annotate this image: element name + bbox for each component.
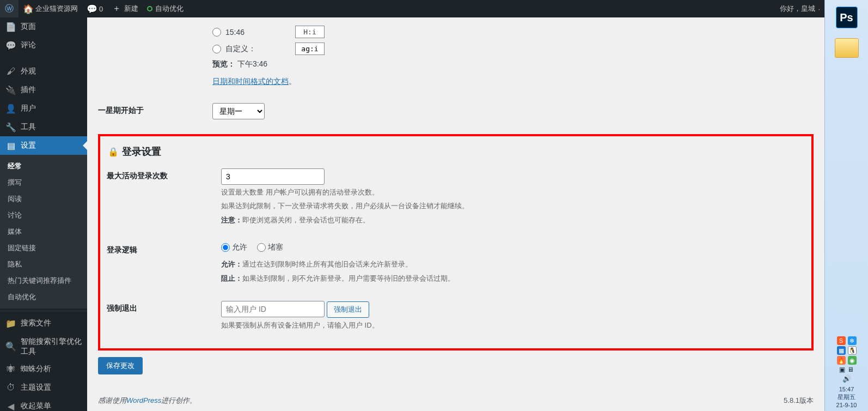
sidebar-item-plugins[interactable]: 🔌插件	[0, 81, 87, 99]
sub-item-reading[interactable]: 阅读	[0, 191, 87, 207]
wrench-icon: 🔧	[5, 122, 16, 132]
user-icon: 👤	[5, 104, 16, 114]
collapse-icon: ◀	[5, 401, 16, 411]
new-content-link[interactable]: +新建	[107, 0, 143, 17]
time-format-code-hi: H:i	[295, 26, 325, 38]
auto-opt-label: 自动优化	[155, 4, 184, 14]
weather-tray-icon[interactable]: ❄	[848, 336, 857, 345]
sub-item-media[interactable]: 媒体	[0, 223, 87, 240]
sidebar-item-search-files[interactable]: 📁搜索文件	[0, 314, 87, 333]
sidebar-item-comments[interactable]: 💬评论	[0, 36, 87, 55]
allow-desc: 通过在达到限制时终止所有其他旧会话来允许新登录。	[242, 260, 412, 268]
admin-bar: ⓦ 🏠企业猫资源网 💬0 +新建 自动优化 你好，皇城 ·	[0, 0, 824, 17]
sidebar-item-pages[interactable]: 📄页面	[0, 17, 87, 36]
home-icon: 🏠	[23, 4, 33, 14]
login-logic-block-label[interactable]: 堵塞	[257, 243, 283, 251]
login-logic-allow-label[interactable]: 允许	[221, 243, 247, 251]
sub-item-general[interactable]: 经常	[0, 158, 87, 174]
cloud-tray-icon[interactable]: ▦	[837, 346, 846, 355]
comment-icon: 💬	[87, 4, 96, 14]
sidebar-item-tools[interactable]: 🔧工具	[0, 118, 87, 136]
wp-logo[interactable]: ⓦ	[0, 0, 19, 17]
page-icon: 📄	[5, 22, 16, 32]
sidebar-item-seo[interactable]: 🔍智能搜索引擎优化工具	[0, 333, 87, 360]
time-format-label-custom: 自定义：	[225, 44, 291, 54]
gauge-icon: ⏱	[5, 383, 16, 392]
photoshop-icon[interactable]: Ps	[836, 7, 858, 28]
week-start-label: 一星期开始于	[98, 95, 207, 128]
my-account-link[interactable]: 你好，皇城 ·	[775, 0, 824, 17]
sogou-tray-icon[interactable]: S	[837, 336, 846, 345]
comments-link[interactable]: 💬0	[82, 0, 107, 17]
folder-icon: 📁	[5, 318, 16, 329]
greeting: 你好，皇城	[780, 4, 815, 14]
sub-item-keywords[interactable]: 热门关键词推荐插件	[0, 273, 87, 289]
max-logins-note: 即使浏览器关闭，登录会话也可能存在。	[242, 216, 370, 224]
brush-icon: 🖌	[5, 67, 16, 76]
max-logins-desc2: 如果达到此限制，下一次登录请求将失败，用户必须从一台设备注销才能继续。	[221, 200, 799, 212]
sidebar-item-users[interactable]: 👤用户	[0, 99, 87, 118]
max-logins-label: 最大活动登录次数	[107, 160, 216, 234]
sound-tray-icon[interactable]: 🔊	[842, 374, 851, 383]
wordpress-icon: ⓦ	[4, 3, 14, 15]
block-desc: 如果达到限制，则不允许新登录。用户需要等待旧的登录会话过期。	[242, 274, 455, 282]
force-logout-input[interactable]	[221, 301, 325, 317]
force-logout-label: 强制退出	[107, 293, 216, 340]
circle-icon	[147, 6, 152, 11]
sub-item-autoopt[interactable]: 自动优化	[0, 289, 87, 305]
sub-item-permalinks[interactable]: 固定链接	[0, 240, 87, 256]
sidebar-item-theme-settings[interactable]: ⏱主题设置	[0, 378, 87, 397]
wordpress-link[interactable]: WordPress	[126, 396, 161, 404]
preview-value: 下午3:46	[237, 59, 267, 68]
time-format-radio-1546[interactable]	[212, 28, 221, 37]
os-taskbar: Ps S ❄ ▦ 🐧 🔥 ◉ ▣ 🖥 🔊	[824, 0, 868, 411]
force-logout-desc: 如果要强制从所有设备注销用户，请输入用户 ID。	[221, 319, 799, 331]
max-logins-note-strong: 注意：	[221, 216, 242, 224]
time-format-radio-custom[interactable]	[212, 45, 221, 53]
plug-icon: 🔌	[5, 85, 16, 95]
time-format-custom-input[interactable]	[295, 43, 325, 55]
app-tray-icon[interactable]: 🔥	[837, 356, 846, 365]
max-logins-input[interactable]	[221, 168, 325, 185]
monitor-tray-icon[interactable]: 🖥	[847, 366, 854, 373]
system-clock[interactable]: 15:47 星期五 21-9-10	[827, 385, 866, 409]
comments-count: 0	[99, 5, 103, 13]
force-logout-button[interactable]: 强制退出	[327, 301, 369, 318]
search-icon: 🔍	[5, 341, 16, 352]
settings-submenu: 经常 撰写 阅读 讨论 媒体 固定链接 隐私 热门关键词推荐插件 自动优化	[0, 155, 87, 309]
lock-icon: 🔒	[108, 147, 119, 157]
site-name: 企业猫资源网	[35, 4, 78, 14]
sub-item-writing[interactable]: 撰写	[0, 174, 87, 191]
login-settings-section: 🔒 登录设置 最大活动登录次数 设置最大数量 用户帐户可以拥有的活动登录次数。 …	[98, 134, 814, 350]
sub-item-discussion[interactable]: 讨论	[0, 207, 87, 223]
content-area: 15:46 H:i 自定义： 预览： 下午3:46	[87, 17, 824, 411]
nvidia-tray-icon[interactable]: ◉	[848, 356, 857, 365]
qq-tray-icon[interactable]: 🐧	[848, 346, 857, 355]
login-logic-block-radio[interactable]	[257, 243, 266, 252]
sidebar-item-appearance[interactable]: 🖌外观	[0, 62, 87, 81]
login-logic-allow-radio[interactable]	[221, 243, 230, 252]
sub-item-privacy[interactable]: 隐私	[0, 256, 87, 273]
auto-optimize-link[interactable]: 自动优化	[143, 0, 188, 17]
week-start-select[interactable]: 星期一	[212, 103, 265, 119]
comment-icon: 💬	[5, 40, 16, 51]
spider-icon: 🕷	[5, 364, 16, 374]
slider-icon: ▤	[5, 141, 16, 151]
allow-strong: 允许：	[221, 260, 242, 268]
section-title: 🔒 登录设置	[108, 145, 805, 158]
sidebar-item-spider[interactable]: 🕷蜘蛛分析	[0, 360, 87, 378]
device-tray-icon[interactable]: ▣	[839, 366, 845, 373]
folder-taskbar-icon[interactable]	[835, 38, 859, 58]
site-name-link[interactable]: 🏠企业猫资源网	[19, 0, 82, 17]
preview-label: 预览：	[212, 59, 235, 68]
sidebar-item-settings[interactable]: ▤设置	[0, 136, 87, 155]
admin-sidebar: 📄页面 💬评论 🖌外观 🔌插件 👤用户 🔧工具 ▤设置 经常 撰写 阅读 讨论 …	[0, 17, 87, 411]
login-logic-label: 登录逻辑	[107, 234, 216, 293]
save-button[interactable]: 保存更改	[98, 357, 143, 374]
block-strong: 阻止：	[221, 274, 242, 282]
thank-you-text: 感谢使用WordPress进行创作。	[98, 396, 197, 404]
date-time-doc-link[interactable]: 日期和时间格式的文档	[212, 77, 289, 86]
sidebar-collapse[interactable]: ◀收起菜单	[0, 397, 87, 411]
plus-icon: +	[112, 4, 121, 14]
max-logins-desc1: 设置最大数量 用户帐户可以拥有的活动登录次数。	[221, 186, 799, 198]
